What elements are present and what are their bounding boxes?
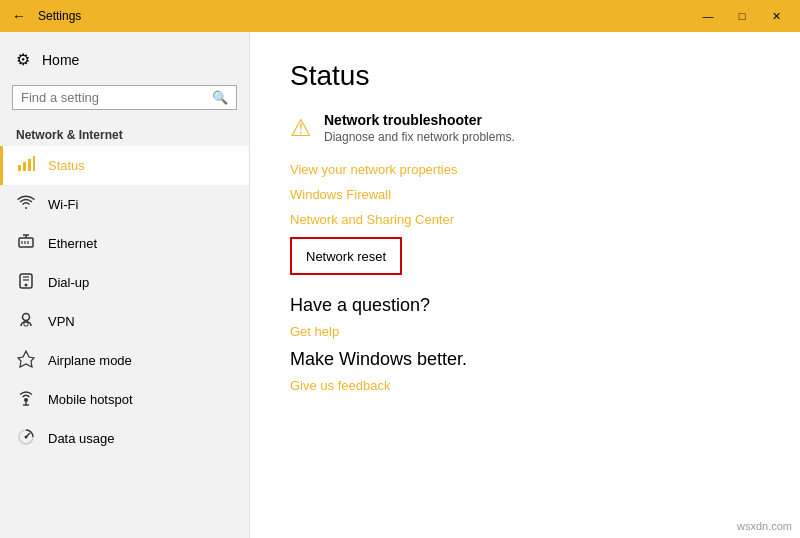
svg-point-16 [24, 398, 28, 402]
back-button[interactable]: ← [8, 5, 30, 27]
make-windows-heading: Make Windows better. [290, 349, 760, 370]
sidebar: ⚙ Home 🔍 Network & Internet Status [0, 32, 250, 538]
have-question-heading: Have a question? [290, 295, 760, 316]
datausage-label: Data usage [48, 431, 115, 446]
search-input[interactable] [21, 90, 212, 105]
status-icon [16, 155, 36, 176]
troubleshooter-text: Network troubleshooter Diagnose and fix … [324, 112, 515, 144]
network-reset-box[interactable]: Network reset [290, 237, 402, 275]
hotspot-label: Mobile hotspot [48, 392, 133, 407]
wifi-icon [16, 194, 36, 215]
airplane-label: Airplane mode [48, 353, 132, 368]
windows-firewall-link[interactable]: Windows Firewall [290, 187, 760, 202]
app-body: ⚙ Home 🔍 Network & Internet Status [0, 32, 800, 538]
titlebar-left: ← Settings [8, 5, 81, 27]
sharing-center-link[interactable]: Network and Sharing Center [290, 212, 760, 227]
main-content: Status ⚠ Network troubleshooter Diagnose… [250, 32, 800, 538]
sidebar-item-airplane[interactable]: Airplane mode [0, 341, 249, 380]
svg-point-14 [23, 314, 30, 321]
troubleshooter-section: ⚠ Network troubleshooter Diagnose and fi… [290, 112, 760, 144]
status-label: Status [48, 158, 85, 173]
svg-rect-1 [23, 162, 26, 171]
network-reset-label: Network reset [306, 249, 386, 264]
dialup-icon [16, 272, 36, 293]
sidebar-item-status[interactable]: Status [0, 146, 249, 185]
svg-point-11 [25, 284, 28, 287]
search-box: 🔍 [12, 85, 237, 110]
view-network-properties-link[interactable]: View your network properties [290, 162, 760, 177]
svg-rect-3 [33, 156, 35, 171]
ethernet-icon [16, 233, 36, 254]
dialup-label: Dial-up [48, 275, 89, 290]
svg-point-20 [25, 436, 28, 439]
warning-icon: ⚠ [290, 114, 312, 142]
watermark: wsxdn.com [737, 520, 792, 532]
titlebar-title: Settings [38, 9, 81, 23]
page-title: Status [290, 60, 760, 92]
ethernet-label: Ethernet [48, 236, 97, 251]
sidebar-item-wifi[interactable]: Wi-Fi [0, 185, 249, 224]
svg-rect-0 [18, 165, 21, 171]
home-label: Home [42, 52, 79, 68]
sidebar-item-dialup[interactable]: Dial-up [0, 263, 249, 302]
maximize-button[interactable]: □ [726, 0, 758, 32]
sidebar-item-hotspot[interactable]: Mobile hotspot [0, 380, 249, 419]
sidebar-item-datausage[interactable]: Data usage [0, 419, 249, 458]
titlebar-controls: — □ ✕ [692, 0, 792, 32]
minimize-button[interactable]: — [692, 0, 724, 32]
sidebar-section-title: Network & Internet [0, 122, 249, 146]
search-icon: 🔍 [212, 90, 228, 105]
troubleshooter-title: Network troubleshooter [324, 112, 515, 128]
vpn-icon [16, 311, 36, 332]
close-button[interactable]: ✕ [760, 0, 792, 32]
svg-rect-2 [28, 159, 31, 171]
sidebar-item-vpn[interactable]: VPN [0, 302, 249, 341]
wifi-label: Wi-Fi [48, 197, 78, 212]
home-icon: ⚙ [16, 50, 30, 69]
vpn-label: VPN [48, 314, 75, 329]
get-help-link[interactable]: Get help [290, 324, 760, 339]
svg-rect-4 [19, 238, 33, 247]
airplane-icon [16, 350, 36, 371]
titlebar: ← Settings — □ ✕ [0, 0, 800, 32]
sidebar-item-ethernet[interactable]: Ethernet [0, 224, 249, 263]
datausage-icon [16, 428, 36, 449]
sidebar-home[interactable]: ⚙ Home [0, 40, 249, 79]
hotspot-icon [16, 389, 36, 410]
troubleshooter-desc: Diagnose and fix network problems. [324, 130, 515, 144]
give-feedback-link[interactable]: Give us feedback [290, 378, 760, 393]
